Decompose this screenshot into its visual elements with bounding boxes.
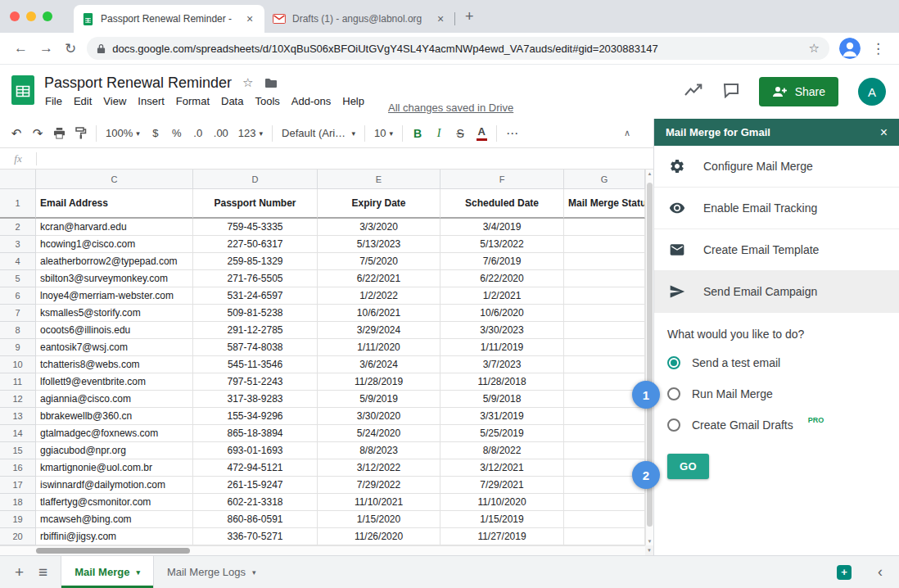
cell-passport[interactable]: 336-70-5271 (193, 528, 318, 545)
header-cell[interactable]: Expiry Date (318, 189, 440, 219)
horizontal-scrollbar[interactable] (0, 545, 645, 555)
cell-passport[interactable]: 317-38-9283 (193, 391, 318, 408)
cell-email[interactable]: ggiacubod@npr.org (36, 442, 193, 459)
increase-decimal-button[interactable]: .00 (210, 123, 233, 144)
menu-view[interactable]: View (97, 93, 132, 110)
zoom-select[interactable]: 100%▾ (102, 123, 144, 144)
cell-scheduled[interactable]: 7/6/2019 (440, 253, 564, 270)
cell-scheduled[interactable]: 3/7/2023 (440, 356, 564, 373)
cell-status[interactable] (564, 494, 645, 511)
italic-button[interactable]: I (429, 123, 449, 144)
row-header[interactable]: 5 (0, 270, 36, 287)
cell-expiry[interactable]: 11/26/2020 (318, 528, 440, 545)
cell-email[interactable]: agiannia@cisco.com (36, 391, 193, 408)
row-header[interactable]: 7 (0, 305, 36, 322)
more-toolbar-button[interactable]: ⋯ (502, 123, 522, 144)
column-header-E[interactable]: E (318, 170, 440, 189)
undo-button[interactable]: ↶ (7, 123, 26, 144)
row-header[interactable]: 8 (0, 322, 36, 339)
row-header[interactable]: 3 (0, 236, 36, 253)
header-cell[interactable]: Mail Merge Statu (564, 189, 645, 219)
cell-email[interactable]: aleatherborrow2@typepad.com (36, 253, 193, 270)
cell-expiry[interactable]: 11/28/2019 (318, 373, 440, 391)
cell-expiry[interactable]: 5/9/2019 (318, 391, 440, 408)
save-status[interactable]: All changes saved in Drive (388, 102, 513, 114)
cell-expiry[interactable]: 1/15/2020 (318, 511, 440, 528)
new-tab-button[interactable]: + (465, 8, 474, 25)
cell-scheduled[interactable]: 5/25/2019 (440, 425, 564, 442)
move-folder-icon[interactable] (264, 78, 278, 88)
tab-close-icon[interactable]: × (434, 12, 447, 25)
cell-passport[interactable]: 759-45-3335 (193, 219, 318, 236)
cell-scheduled[interactable]: 6/22/2020 (440, 270, 564, 287)
row-header[interactable]: 20 (0, 528, 36, 545)
cell-email[interactable]: sbilton3@surveymonkey.com (36, 270, 193, 287)
row-header[interactable]: 14 (0, 425, 36, 442)
font-size-select[interactable]: 10▾ (370, 123, 397, 144)
sidebar-menu-configure-mail-merge[interactable]: Configure Mail Merge (654, 146, 899, 188)
cell-email[interactable]: gtalmadgec@foxnews.com (36, 425, 193, 442)
header-cell[interactable]: Email Address (36, 189, 193, 219)
cell-expiry[interactable]: 6/22/2021 (318, 270, 440, 287)
cell-email[interactable]: kcran@harvard.edu (36, 219, 193, 236)
bold-button[interactable]: B (408, 123, 427, 144)
menu-data[interactable]: Data (215, 93, 249, 110)
sidebar-menu-create-email-template[interactable]: Create Email Template (654, 229, 899, 271)
function-icon[interactable]: fx (0, 152, 36, 165)
cell-expiry[interactable]: 3/29/2024 (318, 322, 440, 339)
close-sidebar-icon[interactable]: × (880, 125, 888, 140)
addon-icon[interactable]: + (837, 565, 852, 580)
minimize-window-button[interactable] (26, 11, 36, 21)
reload-icon[interactable]: ↻ (65, 40, 76, 57)
option-create-gmail-drafts[interactable]: Create Gmail DraftsPRO (667, 409, 886, 441)
cell-passport[interactable]: 155-34-9296 (193, 408, 318, 425)
cell-passport[interactable]: 602-21-3318 (193, 494, 318, 511)
row-header[interactable]: 18 (0, 494, 36, 511)
go-button[interactable]: GO (667, 454, 709, 479)
column-header-F[interactable]: F (440, 170, 564, 189)
cell-scheduled[interactable]: 11/10/2020 (440, 494, 564, 511)
cell-scheduled[interactable]: 1/11/2019 (440, 339, 564, 356)
row-header[interactable]: 2 (0, 219, 36, 236)
browser-menu-icon[interactable]: ⋮ (871, 40, 885, 57)
cell-status[interactable] (564, 236, 645, 253)
cell-passport[interactable]: 693-01-1693 (193, 442, 318, 459)
row-header[interactable]: 11 (0, 373, 36, 391)
header-cell[interactable]: Scheduled Date (440, 189, 564, 219)
row-header[interactable]: 15 (0, 442, 36, 459)
activity-icon[interactable] (684, 84, 703, 101)
all-sheets-icon[interactable]: ≡ (38, 563, 47, 581)
cell-passport[interactable]: 865-18-3894 (193, 425, 318, 442)
vertical-scrollbar[interactable]: ▲ ▼ (645, 170, 653, 545)
comment-icon[interactable] (723, 83, 739, 102)
cell-scheduled[interactable]: 5/13/2022 (440, 236, 564, 253)
cell-expiry[interactable]: 3/6/2024 (318, 356, 440, 373)
forward-icon[interactable]: → (39, 40, 53, 57)
cell-email[interactable]: lnoye4@merriam-webster.com (36, 287, 193, 305)
cell-status[interactable] (564, 408, 645, 425)
row-header[interactable]: 13 (0, 408, 36, 425)
cell-passport[interactable]: 291-12-2785 (193, 322, 318, 339)
horizontal-scroll-thumb[interactable] (36, 548, 190, 554)
decrease-decimal-button[interactable]: .0 (188, 123, 208, 144)
text-color-button[interactable]: A (472, 123, 491, 144)
cell-status[interactable] (564, 219, 645, 236)
cell-expiry[interactable]: 10/6/2021 (318, 305, 440, 322)
cell-scheduled[interactable]: 3/12/2021 (440, 459, 564, 477)
scroll-up-icon[interactable]: ▲ (648, 171, 653, 176)
sheet-tab-mail-merge-logs[interactable]: Mail Merge Logs▾ (154, 556, 269, 588)
cell-passport[interactable]: 271-76-5505 (193, 270, 318, 287)
cell-scheduled[interactable]: 1/2/2021 (440, 287, 564, 305)
cell-passport[interactable]: 509-81-5238 (193, 305, 318, 322)
cell-email[interactable]: iswinnardf@dailymotion.com (36, 477, 193, 494)
tab-close-icon[interactable]: × (243, 12, 256, 25)
cell-email[interactable]: eantosik7@wsj.com (36, 339, 193, 356)
menu-help[interactable]: Help (337, 93, 370, 110)
header-cell[interactable]: Passport Number (193, 189, 318, 219)
cell-status[interactable] (564, 425, 645, 442)
cell-scheduled[interactable]: 11/28/2018 (440, 373, 564, 391)
row-header[interactable]: 12 (0, 391, 36, 408)
cell-scheduled[interactable]: 8/8/2022 (440, 442, 564, 459)
row-header-1[interactable]: 1 (0, 189, 36, 219)
cell-passport[interactable]: 261-15-9247 (193, 477, 318, 494)
